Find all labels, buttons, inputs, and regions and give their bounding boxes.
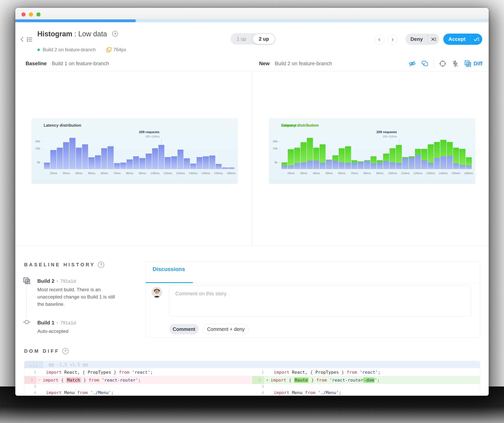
- histogram-bar: [339, 130, 345, 169]
- comments-icon[interactable]: [421, 60, 428, 67]
- comparison-toolbar: Diff: [408, 60, 482, 68]
- histogram-bar: [421, 130, 427, 169]
- toggle-1up[interactable]: 1 up: [231, 33, 252, 45]
- toggle-2up[interactable]: 2 up: [253, 34, 275, 44]
- histogram-bar: [294, 130, 300, 169]
- new-snapshot-diff[interactable]: LatencyRequest distribution 5k15k20k 209…: [269, 118, 475, 184]
- comment-input[interactable]: [169, 285, 471, 316]
- baseline-history-heading: BASELINE HISTORY ?: [24, 262, 104, 268]
- histogram-bar: [409, 130, 414, 169]
- histogram-bar: [415, 130, 421, 169]
- diff-overlay-toggle[interactable]: Diff: [464, 60, 482, 67]
- histogram-bar: [69, 130, 75, 169]
- baseline-history-help-icon[interactable]: ?: [98, 262, 104, 268]
- discussions-panel: Discussions Comment Comment + deny: [145, 261, 480, 338]
- histogram-bar: [152, 130, 158, 169]
- histogram-bar: [300, 130, 306, 169]
- baseline-pane-label: BaselineBuild 1 on feature-branch: [25, 60, 109, 67]
- histogram-bar: [171, 130, 177, 169]
- histogram-bar: [320, 130, 325, 169]
- expand-hunk-icon[interactable]: ...: [24, 361, 43, 368]
- flash-off-icon[interactable]: [451, 60, 459, 67]
- diff-build-icon: [23, 277, 31, 285]
- back-button[interactable]: [19, 35, 26, 43]
- avatar: [151, 287, 162, 298]
- histogram-plot: 209 requests105–110ms: [282, 130, 472, 169]
- y-axis-ticks: 5k15k20k: [270, 130, 280, 169]
- histogram-bar: [63, 130, 69, 169]
- window-titlebar: [15, 8, 489, 19]
- accept-batch-icon[interactable]: [471, 34, 482, 45]
- build-branch-label: Build 2 on feature-branch: [43, 47, 96, 53]
- next-snapshot-button[interactable]: [388, 35, 397, 45]
- histogram-bar: [101, 130, 107, 169]
- histogram-plot: 209 requests105–110ms: [44, 130, 234, 169]
- comment-deny-button[interactable]: Comment + deny: [203, 324, 249, 335]
- histogram-bar: [377, 130, 383, 169]
- x-axis-ticks: 20ms30ms40ms50ms60ms70ms80ms90ms100ms110…: [44, 171, 234, 176]
- diff-hunk-header: ... @@ -1,5 +1,5 @@: [24, 361, 480, 368]
- histogram-bar: [190, 130, 196, 169]
- diff-old-column: 1import React, { PropTypes } from 'react…: [24, 368, 252, 396]
- histogram-bar: [459, 130, 465, 169]
- tab-discussions[interactable]: Discussions: [153, 266, 185, 272]
- close-window-button[interactable]: [21, 12, 25, 17]
- page-title: Histogram : Low data: [37, 30, 118, 38]
- histogram-bar: [126, 130, 132, 169]
- y-axis-ticks: 5k15k20k: [33, 130, 42, 169]
- histogram-bar: [351, 130, 357, 169]
- toolbar-divider: [434, 60, 434, 67]
- diff-line: 4import Menu from './Menu';: [24, 389, 252, 396]
- histogram-bar: [371, 130, 376, 169]
- diff-line: 2+import { Route } from 'react-router-do…: [252, 376, 480, 384]
- baseline-snapshot[interactable]: Latency distribution 5k15k20k 209 reques…: [31, 118, 238, 184]
- histogram-bar: [453, 130, 459, 169]
- open-story-link-icon[interactable]: [112, 30, 118, 37]
- diff-line: 1import React, { PropTypes } from 'react…: [24, 368, 252, 376]
- diff-line: 2-import { Match } from 'react-router';: [24, 376, 252, 384]
- snapshot-name: Histogram: [37, 30, 72, 38]
- pixel-zoom-target-icon[interactable]: [439, 60, 446, 67]
- dom-diff-help-icon[interactable]: ?: [62, 348, 69, 354]
- build-1-history-item[interactable]: Build 1•791a1d: [37, 320, 76, 326]
- deny-batch-icon[interactable]: [428, 34, 439, 45]
- histogram-bar: [390, 130, 396, 169]
- zoom-window-button[interactable]: [36, 12, 41, 17]
- hide-diff-eye-icon[interactable]: [408, 60, 416, 67]
- dom-diff-viewer: ... @@ -1,5 +1,5 @@ 1import React, { Pro…: [24, 361, 480, 396]
- histogram-bar: [440, 130, 446, 169]
- comment-button[interactable]: Comment: [169, 324, 199, 335]
- dom-diff-heading: DOM DIFF ?: [24, 348, 69, 354]
- histogram-bar: [139, 130, 145, 169]
- histogram-bar: [228, 130, 234, 169]
- timeline-connector: [26, 286, 27, 317]
- snapshot-width-icon: [106, 47, 112, 53]
- build-2-description: Most recent build. There is an unaccepte…: [37, 286, 122, 308]
- histogram-bar: [165, 130, 171, 169]
- accept-button[interactable]: Accept: [443, 34, 482, 45]
- app-window: Histogram : Low data Build 2 on feature-…: [15, 8, 489, 396]
- histogram-bar: [50, 130, 56, 169]
- histogram-bar: [216, 130, 222, 169]
- histogram-bar: [307, 130, 313, 169]
- histogram-bar: [402, 130, 408, 169]
- diff-new-column: 1import React, { PropTypes } from 'react…: [252, 368, 480, 396]
- diff-line: 4import Menu from './Menu';: [252, 389, 480, 396]
- tab-divider: [146, 283, 480, 283]
- histogram-bar: [396, 130, 402, 169]
- previous-snapshot-button[interactable]: [374, 35, 384, 45]
- histogram-bar: [383, 130, 389, 169]
- chart-title-diff: LatencyRequest distribution: [281, 123, 319, 128]
- snapshot-list-icon[interactable]: [26, 36, 33, 43]
- histogram-bar: [345, 130, 351, 169]
- diff-squares-icon: [464, 60, 472, 67]
- deny-button[interactable]: Deny: [406, 34, 439, 45]
- histogram-bar: [133, 130, 139, 169]
- layout-toggle: 1 up 2 up: [231, 33, 275, 45]
- build-2-history-item[interactable]: Build 2•791a1d: [37, 278, 76, 284]
- commit-node-icon: [22, 319, 31, 325]
- diff-line: 3: [252, 384, 480, 389]
- build-1-description: Auto-accepted: [37, 328, 122, 335]
- histogram-bar: [108, 130, 114, 169]
- minimize-window-button[interactable]: [29, 12, 33, 17]
